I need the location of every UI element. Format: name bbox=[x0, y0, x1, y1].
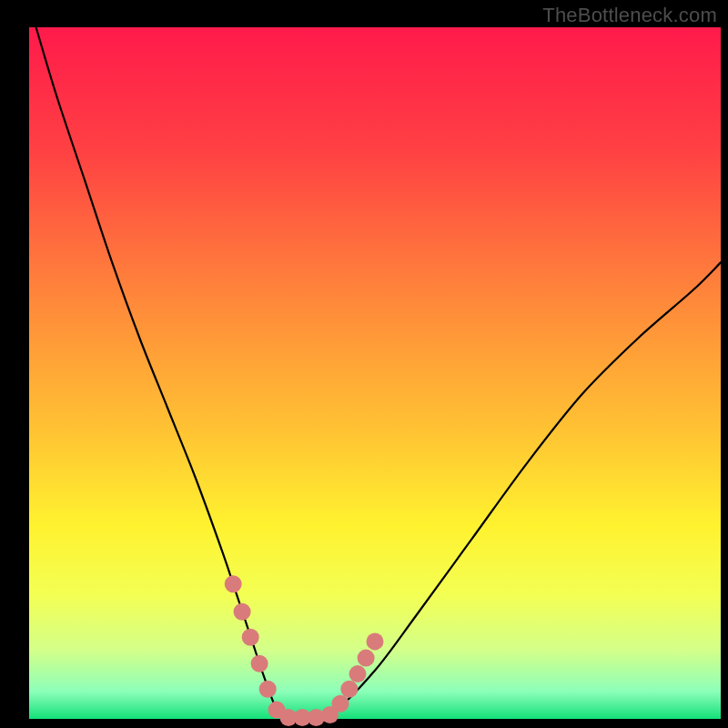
watermark-text: TheBottleneck.com bbox=[542, 4, 717, 27]
optimal-dot bbox=[234, 603, 251, 621]
chart-stage: TheBottleneck.com bbox=[0, 0, 728, 728]
optimal-dot bbox=[349, 665, 367, 682]
plot-background bbox=[29, 27, 721, 719]
optimal-dot bbox=[242, 629, 259, 646]
optimal-dot bbox=[367, 632, 384, 650]
optimal-dot bbox=[225, 575, 242, 592]
optimal-dot bbox=[358, 650, 375, 667]
optimal-dot bbox=[251, 655, 268, 672]
optimal-dot bbox=[332, 695, 349, 713]
optimal-dot bbox=[340, 681, 358, 698]
bottleneck-plot bbox=[0, 0, 728, 728]
optimal-dot bbox=[259, 681, 277, 698]
